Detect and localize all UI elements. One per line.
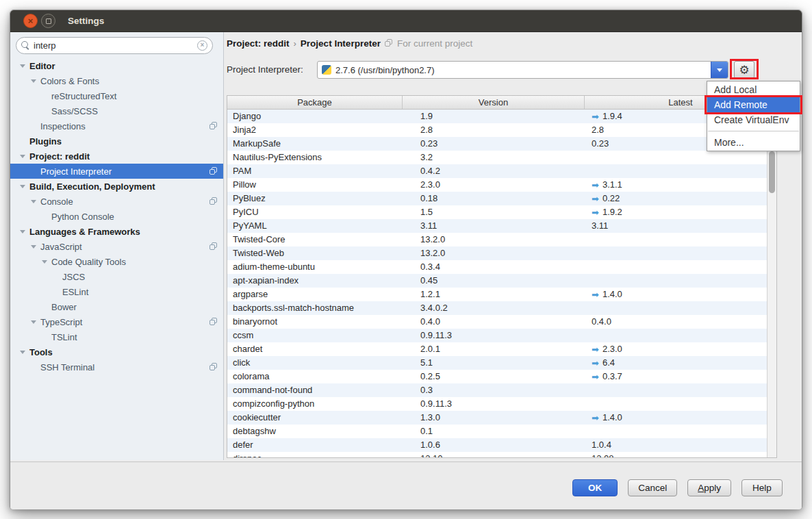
package-cell: adium-theme-ubuntu [227, 260, 403, 274]
latest-value: 1.4.0 [602, 411, 622, 425]
table-row[interactable]: defer 1.0.6 ➡ 1.0.4 [227, 438, 776, 452]
cancel-button[interactable]: Cancel [628, 479, 677, 496]
tree-item-colors-fonts[interactable]: Colors & Fonts [10, 73, 223, 88]
version-cell: 1.3.0 [403, 411, 585, 425]
table-row[interactable]: Django 1.9 ➡ 1.9.4 [227, 110, 776, 123]
table-row[interactable]: compizconfig-python 0.9.11.3 ➡ [227, 397, 776, 411]
clear-search-icon[interactable]: × [197, 40, 207, 51]
tree-item-plugins[interactable]: Plugins [10, 134, 223, 149]
package-cell: PyICU [227, 205, 403, 219]
expand-arrow-icon[interactable] [20, 155, 29, 158]
ok-button[interactable]: OK [572, 479, 618, 496]
tree-item-inspections[interactable]: Inspections [10, 118, 223, 134]
tree-item-sass-scss[interactable]: Sass/SCSS [10, 103, 223, 118]
table-row[interactable]: backports.ssl-match-hostname 3.4.0.2 ➡ [227, 301, 776, 315]
menu-item-more[interactable]: More... [707, 135, 800, 150]
expand-arrow-icon[interactable] [31, 245, 40, 249]
package-cell: command-not-found [227, 383, 403, 397]
expand-arrow-icon[interactable] [20, 351, 29, 354]
button-label: Help [752, 483, 772, 493]
table-row[interactable]: colorama 0.2.5 ➡ 0.3.7 [227, 370, 776, 383]
tree-item-languages-frameworks[interactable]: Languages & Frameworks [10, 224, 223, 239]
version-cell: 13.2.0 [403, 246, 585, 260]
latest-cell: ➡ 1.4.0 [585, 411, 776, 425]
tree-item-label: JSCS [62, 272, 85, 282]
tree-item-build-execution-deployment[interactable]: Build, Execution, Deployment [10, 179, 223, 194]
expand-arrow-icon[interactable] [42, 260, 51, 264]
package-cell: compizconfig-python [227, 397, 403, 411]
table-row[interactable]: PyBluez 0.18 ➡ 0.22 [227, 192, 776, 205]
tree-item-restructuredtext[interactable]: reStructuredText [10, 88, 223, 103]
tree-item-python-console[interactable]: Python Console [10, 209, 223, 224]
table-row[interactable]: Twisted-Web 13.2.0 ➡ [227, 246, 776, 260]
expand-arrow-icon[interactable] [31, 200, 40, 203]
tree-item-project-interpreter[interactable]: Project Interpreter [10, 164, 223, 179]
column-header-package[interactable]: Package [227, 96, 403, 109]
tree-item-console[interactable]: Console [10, 194, 223, 209]
maximize-button[interactable] [41, 14, 55, 28]
table-row[interactable]: MarkupSafe 0.23 ➡ 0.23 [227, 137, 776, 151]
scrollbar-thumb[interactable] [769, 151, 775, 193]
tree-item-tslint[interactable]: TSLint [10, 329, 223, 344]
help-button[interactable]: Help [741, 479, 783, 496]
interpreter-dropdown-button[interactable] [711, 62, 728, 78]
table-row[interactable]: ccsm 0.9.11.3 ➡ [227, 329, 776, 342]
table-row[interactable]: click 5.1 ➡ 6.4 [227, 356, 776, 370]
table-row[interactable]: cookiecutter 1.3.0 ➡ 1.4.0 [227, 411, 776, 425]
table-row[interactable]: PyYAML 3.11 ➡ 3.11 [227, 219, 776, 233]
tree-item-editor[interactable]: Editor [10, 58, 223, 73]
interpreter-combobox[interactable]: 2.7.6 (/usr/bin/python2.7) [317, 61, 728, 79]
table-row[interactable]: adium-theme-ubuntu 0.3.4 ➡ [227, 260, 776, 274]
tree-item-javascript[interactable]: JavaScript [10, 239, 223, 254]
menu-separator [708, 131, 799, 131]
table-row[interactable]: Jinja2 2.8 ➡ 2.8 [227, 123, 776, 137]
table-row[interactable]: Pillow 2.3.0 ➡ 3.1.1 [227, 178, 776, 192]
table-row[interactable]: Twisted-Core 13.2.0 ➡ [227, 233, 776, 246]
close-button[interactable]: × [23, 14, 38, 28]
version-cell: 1.2.1 [403, 288, 585, 301]
apply-button[interactable]: Apply [687, 479, 731, 496]
tree-item-project-reddit[interactable]: Project: reddit [10, 149, 223, 164]
expand-arrow-icon[interactable] [31, 79, 40, 83]
expand-arrow-icon[interactable] [20, 64, 29, 68]
upgrade-arrow-icon: ➡ [592, 359, 599, 368]
breadcrumb-project[interactable]: Project: reddit [227, 38, 290, 49]
table-row[interactable]: argparse 1.2.1 ➡ 1.4.0 [227, 288, 776, 301]
table-row[interactable]: apt-xapian-index 0.45 ➡ [227, 274, 776, 288]
latest-cell: ➡ [585, 151, 776, 164]
package-cell: PAM [227, 164, 403, 178]
tree-item-code-quality-tools[interactable]: Code Quality Tools [10, 254, 223, 269]
tree-item-typescript[interactable]: TypeScript [10, 314, 223, 329]
table-rows: Django 1.9 ➡ 1.9.4 Jinja2 2.8 ➡ 2.8 Mark… [227, 110, 776, 457]
expand-arrow-icon[interactable] [20, 230, 29, 233]
tree-item-eslint[interactable]: ESLint [10, 284, 223, 299]
column-header-version[interactable]: Version [403, 96, 585, 109]
menu-item-add-remote[interactable]: Add Remote [707, 97, 800, 112]
vertical-scrollbar[interactable] [767, 110, 776, 457]
package-table: Package Version Latest Django 1.9 ➡ 1.9.… [227, 95, 777, 458]
search-field[interactable]: × [16, 37, 213, 54]
expand-arrow-icon[interactable] [31, 320, 40, 324]
version-cell: 1.9 [403, 110, 585, 123]
interpreter-label: Project Interpreter: [227, 61, 303, 79]
table-row[interactable]: command-not-found 0.3 ➡ [227, 383, 776, 397]
table-row[interactable]: binaryornot 0.4.0 ➡ 0.4.0 [227, 315, 776, 329]
table-row[interactable]: PAM 0.4.2 ➡ [227, 164, 776, 178]
tree-item-jscs[interactable]: JSCS [10, 269, 223, 284]
interpreter-settings-button[interactable]: ⚙ [734, 61, 754, 79]
menu-item-add-local[interactable]: Add Local [707, 82, 800, 97]
table-row[interactable]: debtagshw 0.1 ➡ [227, 425, 776, 438]
table-row[interactable]: Nautilus-PyExtensions 3.2 ➡ [227, 151, 776, 164]
upgrade-arrow-icon: ➡ [592, 181, 599, 190]
expand-arrow-icon[interactable] [20, 185, 29, 188]
menu-item-create-virtualenv[interactable]: Create VirtualEnv [707, 112, 800, 127]
table-row[interactable]: PyICU 1.5 ➡ 1.9.2 [227, 205, 776, 219]
version-cell: 0.9.11.3 [403, 397, 585, 411]
table-row[interactable]: dirspec 13.10 ➡ 13.08 [227, 452, 776, 458]
tree-item-ssh-terminal[interactable]: SSH Terminal [10, 359, 223, 375]
package-cell: defer [227, 438, 403, 452]
tree-item-bower[interactable]: Bower [10, 299, 223, 314]
search-input[interactable] [34, 40, 197, 51]
table-row[interactable]: chardet 2.0.1 ➡ 2.3.0 [227, 342, 776, 356]
tree-item-tools[interactable]: Tools [10, 344, 223, 359]
